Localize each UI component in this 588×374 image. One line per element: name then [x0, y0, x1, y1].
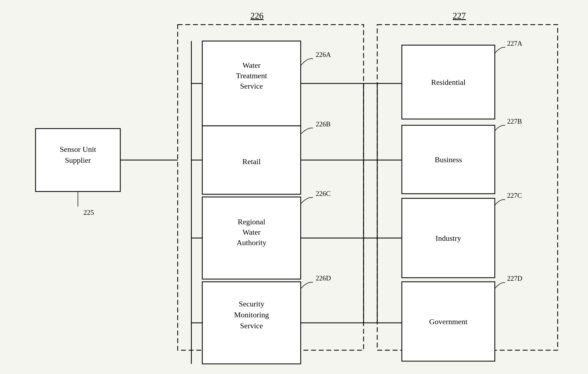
ref-227A: 227A [507, 40, 522, 47]
diagram-container: 224' Sensor Unit Supplier 225 226 227 Wa… [0, 0, 588, 374]
ref-227B: 227B [507, 118, 522, 125]
ref-226C: 226C [316, 190, 330, 197]
label-226B: Retail [242, 157, 261, 166]
label-227C: Industry [435, 234, 461, 242]
label-226D-2: Monitoring [234, 311, 269, 319]
label-226C-1: Regional [238, 218, 265, 226]
ref-226A: 226A [316, 51, 331, 58]
ref-226B: 226B [316, 120, 330, 128]
label-227D: Government [429, 317, 467, 326]
label-226C-2: Water [242, 228, 261, 236]
label-226D-1: Security [239, 300, 264, 308]
label-226D-3: Service [240, 321, 263, 330]
ref-227C: 227C [507, 192, 522, 199]
label-226C-3: Authority [237, 238, 267, 247]
label-226A-2: Treatment [236, 71, 267, 80]
label-supplier-1: Sensor Unit [60, 145, 96, 153]
ref-226D: 226D [316, 274, 331, 282]
label-226A-3: Service [240, 82, 263, 90]
label-226: 226 [250, 11, 264, 21]
ref-225: 225 [83, 208, 94, 216]
label-227: 227 [453, 11, 466, 21]
label-226A-1: Water [242, 61, 261, 69]
label-227A: Residential [431, 78, 466, 86]
label-supplier-2: Supplier [65, 156, 91, 164]
label-227B: Business [435, 155, 462, 164]
ref-227D: 227D [507, 275, 522, 282]
box-226C [202, 197, 301, 279]
